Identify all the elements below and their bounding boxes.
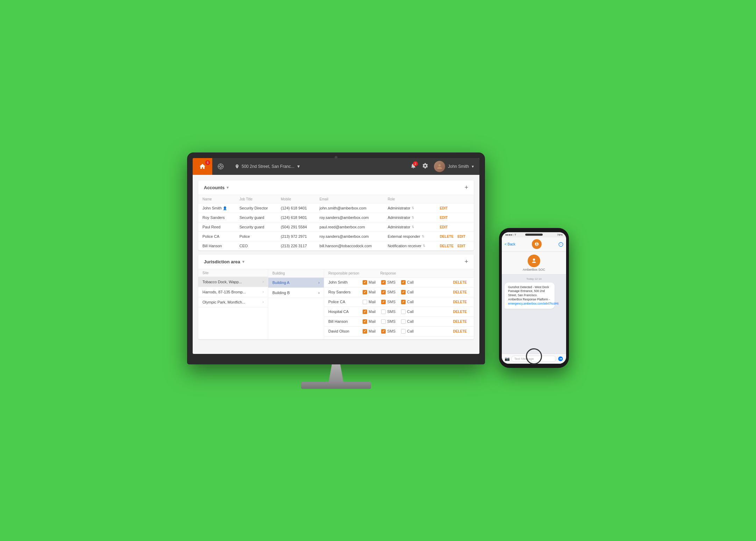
cell-email: roy.sanders@amberbox.com (315, 232, 384, 241)
cell-mobile: (124) 618 9401 (277, 213, 315, 222)
target-button[interactable] (212, 158, 229, 175)
camera-icon[interactable]: 📷 (505, 356, 510, 361)
btn-delete-responder-0[interactable]: DELETE (453, 280, 467, 284)
cell-name: Police CA (198, 232, 235, 241)
checkbox-sms[interactable] (381, 280, 386, 285)
site-item-0[interactable]: Tobacco Dock, Wapp...› (198, 277, 268, 287)
checkbox-mail[interactable] (363, 329, 367, 334)
settings-button[interactable] (422, 163, 428, 170)
checkbox-call[interactable] (401, 300, 406, 304)
role-sort-icon: ⇅ (412, 206, 414, 210)
home-icon (199, 163, 206, 170)
checkbox-mail[interactable] (363, 300, 367, 304)
checkbox-label-mail: Mail (369, 290, 376, 294)
btn-edit-4[interactable]: EDIT (457, 244, 465, 248)
btn-edit-1[interactable]: EDIT (440, 216, 448, 220)
phone-info-icon[interactable]: i (558, 242, 563, 247)
cell-role: Administrator ⇅ (384, 213, 436, 222)
building-chevron: › (318, 291, 320, 295)
message-input[interactable]: Text Message (511, 356, 556, 362)
checkbox-sms[interactable] (381, 300, 386, 304)
site-item-1[interactable]: Harrods, 87-135 Bromp...› (198, 287, 268, 297)
building-item-1[interactable]: Building B› (268, 288, 324, 298)
cell-name: Bill Hanson (198, 241, 235, 250)
accounts-row: John Smith 👤 Security Director (124) 618… (198, 203, 474, 213)
responder-name: Hospital CA (328, 309, 360, 314)
checkbox-sms[interactable] (381, 290, 386, 294)
jurisdiction-add-button[interactable]: + (464, 258, 468, 265)
phone-input-bar: 📷 Text Message (502, 354, 566, 364)
location-selector[interactable]: 500 2nd Street, San Franc... ▼ (229, 164, 410, 169)
btn-delete-4[interactable]: DELETE (440, 244, 454, 248)
cell-mobile: (504) 291 5584 (277, 222, 315, 232)
accounts-header: Accounts ▾ + (198, 180, 474, 195)
home-button[interactable]: 5 (193, 158, 212, 175)
checkbox-group-sms: SMS (381, 329, 395, 334)
monitor-stand-base (301, 382, 371, 389)
btn-edit-0[interactable]: EDIT (440, 206, 448, 210)
checkbox-sms[interactable] (381, 319, 386, 324)
checkbox-mail[interactable] (363, 290, 367, 294)
checkbox-call[interactable] (401, 309, 406, 314)
checkbox-group-mail: Mail (363, 280, 376, 285)
site-name: Tobacco Dock, Wapp... (202, 280, 242, 284)
checkbox-group-sms: SMS (381, 290, 395, 294)
responder-name: John Smith (328, 280, 360, 284)
btn-delete-responder-5[interactable]: DELETE (453, 329, 467, 333)
btn-edit-2[interactable]: EDIT (440, 225, 448, 229)
checkbox-group-sms: SMS (381, 309, 395, 314)
cell-job: Security guard (235, 222, 277, 232)
responders-panel: Responsible person Response John Smith M… (324, 269, 474, 339)
phone-battery: 78% (557, 233, 563, 236)
avatar (434, 161, 445, 172)
cell-actions: EDIT (436, 213, 474, 222)
cell-actions: DELETE EDIT (436, 241, 474, 250)
checkbox-sms[interactable] (381, 329, 386, 334)
checkbox-mail[interactable] (363, 309, 367, 314)
role-sort-icon: ⇅ (422, 235, 425, 238)
bell-button[interactable]: 2 (410, 163, 416, 170)
checkbox-mail[interactable] (363, 280, 367, 285)
col-role: Role (384, 195, 436, 204)
checkbox-call[interactable] (401, 290, 406, 294)
site-name: Olympic Park, Montfich... (202, 300, 245, 304)
checkbox-group-call: Call (401, 300, 414, 304)
col-email: Email (315, 195, 384, 204)
accounts-card: Accounts ▾ + Name Job Title Mobile (198, 180, 474, 250)
checkbox-group-mail: Mail (363, 290, 376, 294)
checkbox-call[interactable] (401, 319, 406, 324)
site-item-2[interactable]: Olympic Park, Montfich...› (198, 297, 268, 307)
contact-avatar-icon (530, 257, 538, 265)
accounts-add-button[interactable]: + (464, 184, 468, 191)
checkbox-label-mail: Mail (369, 300, 376, 304)
message-link[interactable]: emergency.amberbox.com/a647hcd#6 (508, 302, 558, 305)
checkbox-sms[interactable] (381, 309, 386, 314)
phone-back-button[interactable]: < Back (505, 242, 515, 246)
checkbox-call[interactable] (401, 280, 406, 285)
checkbox-group-call: Call (401, 309, 414, 314)
btn-delete-responder-3[interactable]: DELETE (453, 310, 467, 314)
responder-name: Roy Sanders (328, 290, 360, 294)
checkbox-label-mail: Mail (369, 280, 376, 284)
cell-role: Administrator ⇅ (384, 222, 436, 232)
building-item-0[interactable]: Building A› (268, 278, 324, 288)
checkbox-label-call: Call (407, 300, 414, 304)
site-name: Harrods, 87-135 Bromp... (202, 290, 246, 294)
checkbox-mail[interactable] (363, 319, 367, 324)
phone-bezel: ●●●●○ T 1:25 PM 78% < Back (499, 228, 569, 368)
checkbox-group-mail: Mail (363, 319, 376, 324)
jurisdiction-layout: Site Tobacco Dock, Wapp...›Harrods, 87-1… (198, 269, 474, 339)
user-menu[interactable]: John Smith ▾ (434, 161, 474, 172)
user-chevron: ▾ (472, 164, 474, 169)
site-chevron: › (263, 290, 264, 294)
btn-delete-responder-1[interactable]: DELETE (453, 290, 467, 294)
send-icon[interactable] (558, 356, 563, 362)
btn-edit-3[interactable]: EDIT (457, 235, 465, 239)
btn-delete-responder-2[interactable]: DELETE (453, 300, 467, 304)
cell-job: Security Director (235, 203, 277, 213)
checkbox-call[interactable] (401, 329, 406, 334)
btn-delete-3[interactable]: DELETE (440, 235, 454, 239)
checkbox-label-sms: SMS (387, 290, 395, 294)
btn-delete-responder-4[interactable]: DELETE (453, 320, 467, 323)
jurisdiction-title: Jurisdiction area ▾ (204, 259, 244, 264)
